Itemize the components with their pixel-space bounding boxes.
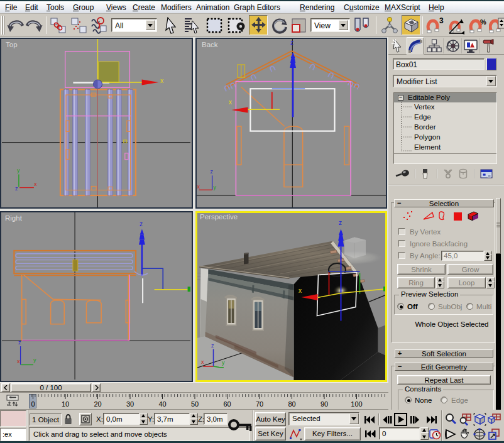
svg-text:z: z	[211, 168, 214, 175]
svg-text:z: z	[140, 221, 143, 227]
svg-text:40: 40	[158, 400, 166, 408]
svg-text:10: 10	[62, 400, 69, 408]
svg-text:z: z	[15, 185, 18, 192]
svg-text:z: z	[290, 39, 293, 46]
svg-text:z: z	[211, 342, 214, 348]
svg-text:20: 20	[94, 400, 101, 408]
svg-text:z: z	[18, 339, 21, 346]
svg-text:x: x	[201, 359, 204, 365]
svg-text:60: 60	[223, 400, 231, 408]
svg-text:100: 100	[351, 400, 362, 408]
svg-text:x: x	[17, 358, 20, 364]
svg-text:90: 90	[320, 400, 328, 408]
svg-text:y: y	[214, 184, 217, 190]
svg-text:0: 0	[31, 400, 35, 408]
svg-text:y: y	[33, 357, 36, 363]
svg-text:x: x	[34, 181, 37, 187]
svg-text:%: %	[480, 18, 486, 26]
svg-text:x: x	[197, 183, 200, 190]
svg-text:30: 30	[126, 400, 134, 408]
svg-text:y: y	[222, 359, 225, 366]
svg-text:z: z	[339, 219, 342, 226]
svg-text:70: 70	[256, 400, 263, 408]
svg-text:80: 80	[288, 400, 295, 408]
svg-text:x: x	[229, 99, 232, 106]
svg-text:x: x	[160, 77, 163, 84]
svg-text:y: y	[17, 167, 20, 173]
svg-text:50: 50	[191, 400, 199, 408]
svg-text:x: x	[299, 287, 302, 294]
svg-text:3: 3	[439, 17, 444, 25]
